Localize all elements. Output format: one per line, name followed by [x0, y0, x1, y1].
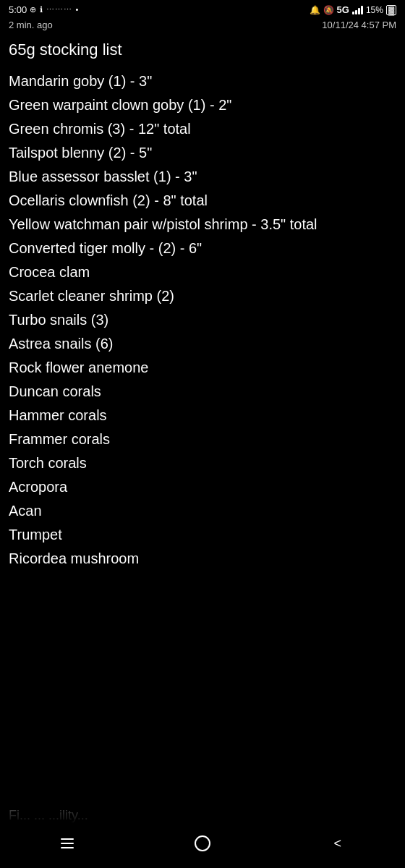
page-title: 65g stocking list	[0, 35, 405, 67]
battery-level: 15%	[366, 5, 383, 15]
list-item: Trumpet	[9, 523, 396, 547]
recent-icon	[61, 838, 74, 848]
time: 5:00	[9, 4, 27, 15]
back-icon: <	[333, 836, 341, 851]
status-left: 5:00 ⊕ ℹ ⋯⋯⋯ •	[9, 4, 79, 15]
fade-overlay	[0, 803, 405, 825]
list-item: Tailspot blenny (2) - 5"	[9, 141, 396, 165]
last-updated: 2 min. ago	[9, 20, 53, 30]
alarm-icon: 🔔	[310, 5, 320, 15]
signal-strength	[352, 6, 363, 14]
list-item: Green chromis (3) - 12" total	[9, 117, 396, 141]
timestamp: 10/11/24 4:57 PM	[322, 20, 396, 30]
list-item: Blue assessor basslet (1) - 3"	[9, 165, 396, 189]
list-item: Scarlet cleaner shrimp (2)	[9, 284, 396, 308]
nav-bar: <	[0, 825, 405, 868]
list-item: Yellow watchman pair w/pistol shrimp - 3…	[9, 213, 396, 237]
list-item: Ocellaris clownfish (2) - 8" total	[9, 189, 396, 213]
status-bar: 5:00 ⊕ ℹ ⋯⋯⋯ • 🔔 🔕 5G 15% ▓	[0, 0, 405, 18]
list-item: Frammer corals	[9, 427, 396, 451]
list-item: Turbo snails (3)	[9, 308, 396, 332]
sub-header: 2 min. ago 10/11/24 4:57 PM	[0, 18, 405, 35]
back-button[interactable]: <	[320, 833, 356, 854]
network-indicator: 5G	[337, 4, 349, 15]
list-item: Hammer corals	[9, 404, 396, 427]
left-icons: ⊕ ℹ ⋯⋯⋯ •	[30, 5, 79, 14]
list-item: Acan	[9, 499, 396, 523]
list-item: Ricordea mushroom	[9, 547, 396, 571]
battery-icon: ▓	[386, 5, 396, 15]
stocking-list: Mandarin goby (1) - 3"Green warpaint clo…	[0, 67, 405, 574]
list-item: Acropora	[9, 475, 396, 499]
list-item: Crocea clam	[9, 260, 396, 284]
list-item: Duncan corals	[9, 380, 396, 404]
home-icon	[195, 835, 210, 851]
list-item: Converted tiger molly - (2) - 6"	[9, 237, 396, 260]
list-item: Green warpaint clown goby (1) - 2"	[9, 93, 396, 117]
list-item: Astrea snails (6)	[9, 332, 396, 356]
home-button[interactable]	[184, 833, 221, 854]
list-item: Torch corals	[9, 451, 396, 475]
recent-apps-button[interactable]	[49, 833, 85, 854]
list-item: Rock flower anemone	[9, 356, 396, 380]
status-right: 🔔 🔕 5G 15% ▓	[310, 4, 396, 15]
list-item: Mandarin goby (1) - 3"	[9, 69, 396, 93]
mute-icon: 🔕	[323, 5, 334, 15]
